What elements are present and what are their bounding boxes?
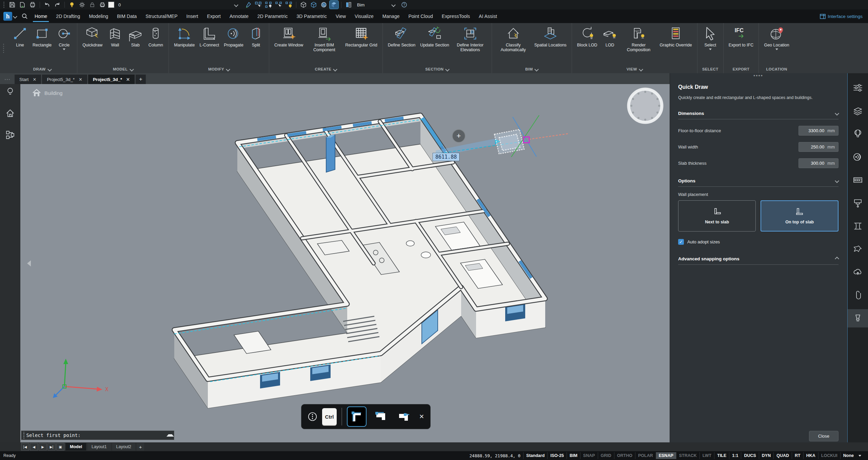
select-cursor-icon[interactable] <box>274 1 283 9</box>
command-history-toggle-icon[interactable] <box>166 434 174 437</box>
update-section-button[interactable]: Update Section <box>418 25 451 48</box>
toggle-hka[interactable]: HKA <box>803 452 818 459</box>
spatial-locations-button[interactable]: Spatial Locations <box>532 25 569 48</box>
panel-title-draw[interactable]: DRAW <box>10 66 74 73</box>
render-material-icon[interactable] <box>853 198 863 208</box>
detail-settings-icon[interactable] <box>344 1 353 9</box>
color-swatch[interactable] <box>108 2 114 8</box>
tab-2d-parametric[interactable]: 2D Parametric <box>253 9 292 23</box>
panel-drag-handle[interactable]: •••• <box>753 74 763 77</box>
plot-icon[interactable] <box>28 1 37 9</box>
tab-bim-data[interactable]: BIM Data <box>113 9 141 23</box>
select-flyout-caret-icon[interactable] <box>709 48 712 50</box>
composition-icon[interactable] <box>853 175 863 185</box>
selected-column[interactable] <box>326 135 335 172</box>
slab-thickness-input[interactable]: 300.00 mm <box>798 158 839 168</box>
layers-icon[interactable] <box>853 106 863 116</box>
command-line[interactable]: Select first point: <box>21 431 174 440</box>
propagate-button[interactable]: Propagate <box>221 25 246 48</box>
auto-adopt-sizes-row[interactable]: ✓ Auto adopt sizes <box>678 239 839 245</box>
toggle-snap[interactable]: SNAP <box>580 452 598 459</box>
doc-tab-project2-active[interactable]: Project5_3d_*✕ <box>88 75 135 84</box>
quickdraw-button[interactable]: Quickdraw <box>80 25 105 48</box>
manipulate-button[interactable]: Manipulate <box>172 25 197 48</box>
toggle-strack[interactable]: STRACK <box>676 452 699 459</box>
tab-export[interactable]: Export <box>203 9 225 23</box>
eyedropper-icon[interactable] <box>244 1 253 9</box>
tab-visualize[interactable]: Visualize <box>350 9 378 23</box>
panel-title-model[interactable]: MODEL <box>80 66 166 73</box>
graphic-override-button[interactable]: Graphic Override <box>657 25 694 48</box>
wall-width-input[interactable]: 250.00 mm <box>798 142 839 152</box>
propagate-icon[interactable] <box>853 152 863 162</box>
panel-title-modify[interactable]: MODIFY <box>172 66 266 73</box>
floor-to-floor-input[interactable]: 3300.00 mm <box>798 126 839 136</box>
isolate-objects-icon[interactable] <box>264 1 273 9</box>
panel-title-section[interactable]: SECTION <box>386 66 489 73</box>
line-button[interactable]: Line <box>10 25 30 48</box>
lock-icon[interactable] <box>88 1 97 9</box>
toggle-rt[interactable]: RT <box>792 452 803 459</box>
breadcrumb[interactable]: Building <box>32 89 62 97</box>
structure-browser-icon[interactable] <box>5 130 15 140</box>
redo-icon[interactable] <box>53 1 62 9</box>
field-workspace[interactable]: BIM <box>567 452 580 459</box>
rectangle-button[interactable]: Rectangle <box>30 25 54 48</box>
assistant-highlight[interactable] <box>848 309 868 327</box>
next-to-slab-option[interactable]: Next to slab <box>678 200 756 232</box>
toggle-lwt[interactable]: LWT <box>699 452 714 459</box>
circle-flyout-caret-icon[interactable] <box>63 48 65 50</box>
toggle-ducs[interactable]: DUCS <box>741 452 758 459</box>
undo-icon[interactable] <box>43 1 52 9</box>
lod-button[interactable]: LOD <box>600 25 620 48</box>
panel-collapse-arrow[interactable] <box>27 260 31 266</box>
save-icon[interactable] <box>8 1 17 9</box>
create-window-button[interactable]: Create Window <box>272 25 305 48</box>
wall-option-1-selected[interactable] <box>347 406 367 427</box>
field-drawing-standard[interactable]: Standard <box>523 452 547 459</box>
tab-modeling[interactable]: Modeling <box>84 9 113 23</box>
doc-tab-project1[interactable]: Project5_3d_*✕ <box>42 75 87 84</box>
define-interior-elevations-button[interactable]: Define Interior Elevations <box>452 25 489 53</box>
app-menu-chevron-icon[interactable] <box>13 14 17 19</box>
render-composition-button[interactable]: Render Composition <box>620 25 657 53</box>
command-line-grip[interactable] <box>21 432 26 439</box>
slab-button[interactable]: Slab <box>125 25 145 48</box>
on-top-of-slab-option-selected[interactable]: On top of slab <box>761 200 839 232</box>
close-tab-icon[interactable]: ✕ <box>126 77 130 82</box>
toggle-ortho[interactable]: ORTHO <box>614 452 635 459</box>
layer-bulb-icon[interactable] <box>67 1 76 9</box>
tab-insert[interactable]: Insert <box>182 9 203 23</box>
close-tab-icon[interactable]: ✕ <box>33 77 36 82</box>
split-button[interactable]: Split <box>246 25 266 48</box>
options-section-header[interactable]: Options <box>678 178 839 183</box>
panel-title-export[interactable]: EXPORT <box>726 66 756 73</box>
tab-manage[interactable]: Manage <box>378 9 404 23</box>
close-button[interactable]: Close <box>809 431 839 441</box>
field-annotation-none[interactable]: None <box>840 452 856 459</box>
insert-bim-component-button[interactable]: Insert BIM Component <box>305 25 343 53</box>
toggle-tile[interactable]: TILE <box>714 452 729 459</box>
interface-settings-button[interactable]: Interface settings <box>820 14 863 19</box>
toggle-polar[interactable]: POLAR <box>635 452 656 459</box>
wall-option-3[interactable] <box>395 407 413 426</box>
tab-structural-mep[interactable]: Structural/MEP <box>141 9 182 23</box>
tab-model[interactable]: Model <box>66 443 86 451</box>
brightness-icon[interactable] <box>78 1 86 9</box>
help-icon[interactable]: ? <box>400 1 409 9</box>
tab-home[interactable]: Home <box>30 9 52 23</box>
tab-layout2[interactable]: Layout2 <box>112 443 135 451</box>
toolbar-grip[interactable] <box>3 2 4 8</box>
home-icon[interactable] <box>5 108 15 118</box>
last-layout-button[interactable]: ▶| <box>47 443 56 451</box>
toggle-esnap[interactable]: ESNAP <box>656 452 676 459</box>
search-icon[interactable] <box>21 13 28 20</box>
tab-view[interactable]: View <box>331 9 350 23</box>
layout-list-icon[interactable]: ▣ <box>56 443 64 451</box>
select-button[interactable]: Select <box>700 25 721 51</box>
properties-sliders-icon[interactable] <box>853 83 863 93</box>
select-similar-icon[interactable] <box>254 1 263 9</box>
print-icon[interactable] <box>98 1 107 9</box>
bricscad-logo[interactable]: h <box>3 12 12 21</box>
tab-3d-parametric[interactable]: 3D Parametric <box>292 9 331 23</box>
